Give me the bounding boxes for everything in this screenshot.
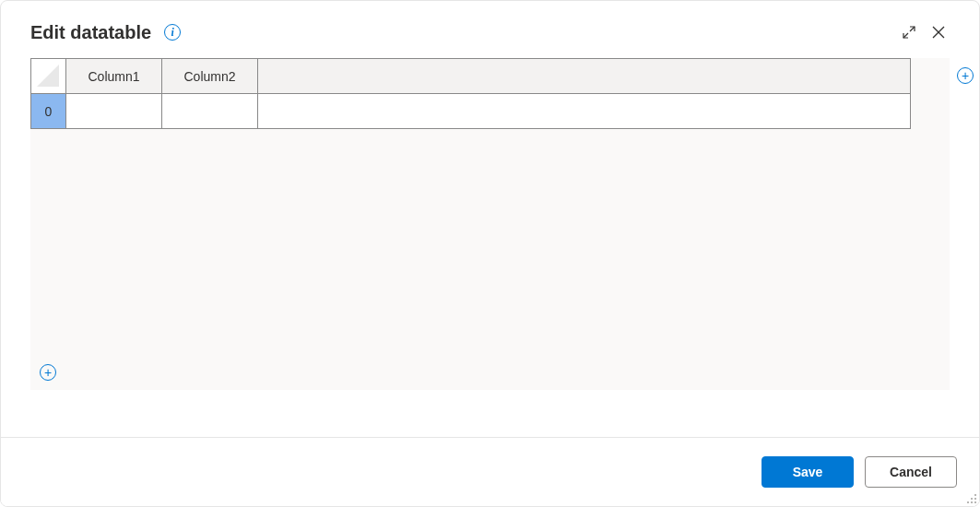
close-icon[interactable] [924, 18, 953, 47]
resize-handle[interactable] [964, 491, 977, 504]
save-button[interactable]: Save [762, 456, 854, 488]
add-column-button[interactable]: + [957, 67, 975, 86]
data-cell[interactable] [258, 94, 911, 129]
data-cell[interactable] [66, 94, 162, 129]
data-table: Column1 Column2 0 [30, 58, 911, 129]
column-header[interactable]: Column2 [162, 59, 258, 94]
svg-point-4 [971, 501, 973, 503]
table-corner-cell[interactable] [31, 59, 66, 94]
add-row-button[interactable]: + [40, 364, 58, 383]
svg-point-3 [967, 501, 969, 503]
svg-point-5 [974, 501, 976, 503]
expand-icon[interactable] [894, 18, 924, 47]
info-icon[interactable]: i [164, 24, 181, 41]
svg-point-1 [971, 498, 973, 500]
svg-point-2 [974, 498, 976, 500]
row-header[interactable]: 0 [31, 94, 66, 129]
plus-icon: + [40, 364, 56, 381]
dialog-footer: Save Cancel [1, 437, 979, 506]
data-cell[interactable] [162, 94, 258, 129]
cancel-button[interactable]: Cancel [865, 456, 957, 488]
dialog-header: Edit datatable i [1, 1, 979, 58]
select-all-triangle-icon [37, 65, 59, 87]
plus-icon: + [957, 67, 974, 84]
table-area: Column1 Column2 0 + + [30, 58, 950, 390]
svg-point-0 [974, 494, 976, 496]
table-row: 0 [31, 94, 911, 129]
column-header-empty[interactable] [258, 59, 911, 94]
column-header[interactable]: Column1 [66, 59, 162, 94]
dialog-title: Edit datatable [30, 22, 151, 43]
dialog-content: Column1 Column2 0 + + [1, 58, 979, 390]
